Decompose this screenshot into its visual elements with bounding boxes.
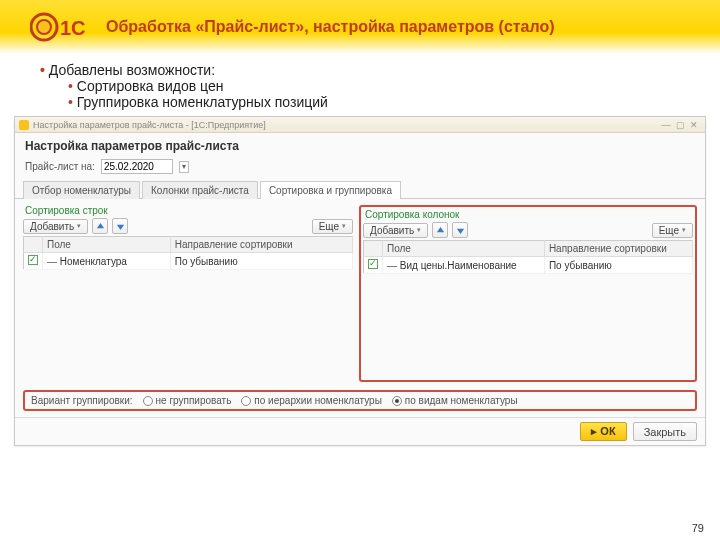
- close-button[interactable]: Закрыть: [633, 422, 697, 441]
- add-button-rows[interactable]: Добавить▾: [23, 219, 88, 234]
- col-field: Поле: [43, 237, 171, 253]
- pane-sort-columns: Сортировка колонок Добавить▾ Еще▾ ПолеНа…: [359, 205, 697, 382]
- grouping-bar: Вариант группировки: не группировать по …: [23, 390, 697, 411]
- sort-rows-table: ПолеНаправление сортировки — Номенклатур…: [23, 236, 353, 270]
- ok-button[interactable]: ▸ ОК: [580, 422, 626, 441]
- minimize-button[interactable]: —: [659, 120, 673, 130]
- date-input[interactable]: [101, 159, 173, 174]
- tab-selection[interactable]: Отбор номенклатуры: [23, 181, 140, 199]
- window-title: Настройка параметров прайс-листа - [1С:П…: [33, 120, 266, 130]
- table-row[interactable]: — Номенклатура По убыванию: [24, 253, 353, 270]
- close-window-button[interactable]: ✕: [687, 120, 701, 130]
- sort-cols-table: ПолеНаправление сортировки — Вид цены.На…: [363, 240, 693, 274]
- add-button-cols[interactable]: Добавить▾: [363, 223, 428, 238]
- radio-by-types[interactable]: по видам номенклатуры: [392, 395, 518, 406]
- svg-point-1: [37, 20, 51, 34]
- date-label: Прайс-лист на:: [25, 161, 95, 172]
- radio-no-group[interactable]: не группировать: [143, 395, 232, 406]
- move-down-rows[interactable]: [112, 218, 128, 234]
- page-heading: Настройка параметров прайс-листа: [15, 133, 705, 157]
- more-button-cols[interactable]: Еще▾: [652, 223, 693, 238]
- more-button-rows[interactable]: Еще▾: [312, 219, 353, 234]
- col-field: Поле: [383, 241, 545, 257]
- svg-text:1C: 1C: [60, 17, 86, 39]
- table-row[interactable]: — Вид цены.Наименование По убыванию: [364, 257, 693, 274]
- pane-sort-rows: Сортировка строк Добавить▾ Еще▾ ПолеНапр…: [23, 205, 353, 382]
- pane-title-cols: Сортировка колонок: [363, 209, 693, 222]
- pane-title-rows: Сортировка строк: [23, 205, 353, 218]
- date-picker-button[interactable]: ▾: [179, 161, 189, 173]
- tab-sort-group[interactable]: Сортировка и группировка: [260, 181, 401, 199]
- slide-title: Обработка «Прайс-лист», настройка параме…: [106, 17, 555, 36]
- window-titlebar: Настройка параметров прайс-листа - [1С:П…: [15, 117, 705, 133]
- move-down-cols[interactable]: [452, 222, 468, 238]
- slide-bullets: Добавлены возможности: Сортировка видов …: [0, 54, 720, 116]
- logo-1c: 1C: [30, 9, 86, 45]
- radio-by-hierarchy[interactable]: по иерархии номенклатуры: [241, 395, 381, 406]
- col-direction: Направление сортировки: [170, 237, 352, 253]
- app-icon: [19, 120, 29, 130]
- col-direction: Направление сортировки: [544, 241, 692, 257]
- row-checkbox[interactable]: [368, 259, 378, 269]
- maximize-button[interactable]: ▢: [673, 120, 687, 130]
- move-up-rows[interactable]: [92, 218, 108, 234]
- row-checkbox[interactable]: [28, 255, 38, 265]
- tab-columns[interactable]: Колонки прайс-листа: [142, 181, 258, 199]
- grouping-label: Вариант группировки:: [31, 395, 133, 406]
- move-up-cols[interactable]: [432, 222, 448, 238]
- page-number: 79: [692, 522, 704, 534]
- app-window: Настройка параметров прайс-листа - [1С:П…: [14, 116, 706, 446]
